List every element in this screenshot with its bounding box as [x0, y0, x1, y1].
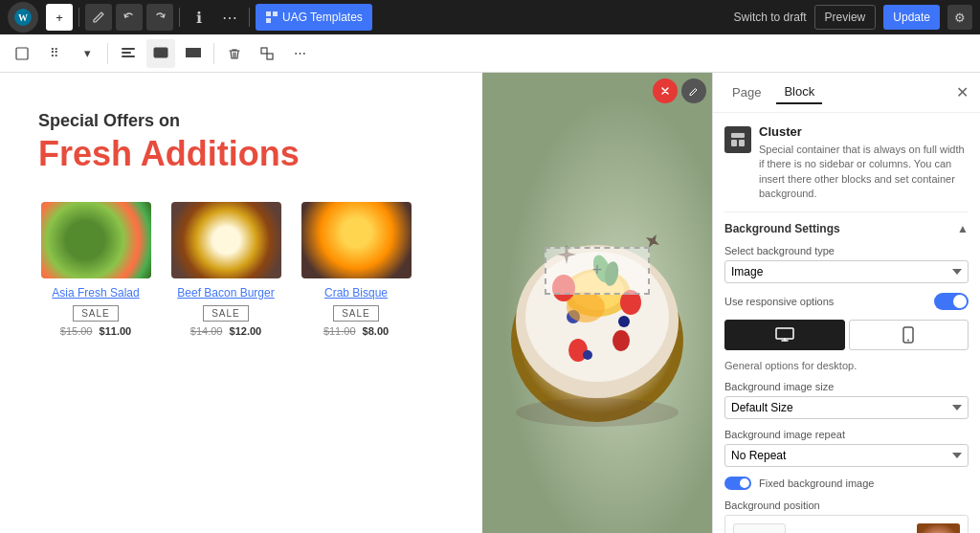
- cluster-header: Cluster Special container that is always…: [724, 124, 969, 202]
- uag-templates-button[interactable]: UAG Templates: [256, 4, 372, 31]
- svg-rect-33: [776, 328, 793, 339]
- product-name-crab[interactable]: Crab Bisque: [324, 286, 388, 300]
- redo-button[interactable]: [146, 4, 173, 31]
- bg-settings-section-header: Background Settings ▲: [724, 222, 969, 235]
- settings-button[interactable]: ⚙: [947, 5, 972, 30]
- sale-badge-salad: SALE: [73, 305, 119, 322]
- update-button[interactable]: Update: [883, 5, 940, 30]
- image-placeholder-box[interactable]: +: [545, 247, 650, 295]
- bg-settings-title: Background Settings: [724, 222, 840, 235]
- sale-badge-crab: SALE: [333, 305, 379, 322]
- svg-point-25: [583, 350, 592, 360]
- preview-button[interactable]: Preview: [814, 5, 877, 30]
- bg-type-select[interactable]: Image: [724, 260, 969, 283]
- position-dot-area[interactable]: [733, 523, 786, 533]
- fixed-bg-toggle[interactable]: [724, 477, 751, 490]
- price-old-burger: $14.00: [190, 325, 223, 337]
- info-button[interactable]: ℹ: [186, 4, 212, 31]
- product-name-salad[interactable]: Asia Fresh Salad: [52, 286, 139, 300]
- svg-rect-11: [261, 48, 267, 54]
- bg-position-label: Background position: [724, 500, 969, 511]
- content-section: Special Offers on Fresh Additions Asia F…: [0, 73, 712, 533]
- tab-page[interactable]: Page: [724, 81, 768, 103]
- position-thumbnail: [917, 523, 960, 533]
- device-hint: General options for desktop.: [724, 360, 969, 371]
- switch-draft-button[interactable]: Switch to draft: [734, 11, 807, 24]
- edit-pen-button[interactable]: [85, 4, 112, 31]
- edit-panel-button[interactable]: [681, 78, 706, 103]
- bg-repeat-select[interactable]: No Repeat: [724, 444, 969, 467]
- delete-block-button[interactable]: [220, 39, 249, 68]
- divider: [213, 43, 214, 64]
- sale-badge-burger: SALE: [203, 305, 249, 322]
- svg-rect-6: [122, 48, 135, 50]
- divider: [78, 8, 79, 27]
- bg-position-container[interactable]: [724, 515, 969, 533]
- more-options-button[interactable]: ⋯: [285, 39, 314, 68]
- settings-body: Cluster Special container that is always…: [713, 113, 980, 533]
- bg-image-size-field: Background image size Default Size: [724, 381, 969, 419]
- price-row-burger: $14.00 $12.00: [190, 325, 261, 337]
- svg-rect-36: [917, 523, 960, 533]
- responsive-toggle-label: Use responsive options: [724, 296, 834, 307]
- drag-handle-button[interactable]: ⠿: [40, 39, 69, 68]
- svg-rect-3: [273, 11, 278, 16]
- price-new-salad: $11.00: [100, 325, 132, 337]
- add-block-button[interactable]: +: [46, 4, 73, 31]
- block-type-button[interactable]: [8, 39, 36, 68]
- product-image-burger: [171, 202, 281, 278]
- svg-rect-10: [186, 48, 201, 57]
- product-image-crab: [301, 202, 412, 278]
- product-name-burger[interactable]: Beef Bacon Burger: [177, 286, 274, 300]
- tab-block[interactable]: Block: [776, 80, 822, 104]
- price-row-crab: $11.00 $8.00: [323, 325, 389, 337]
- collapse-icon[interactable]: ▲: [957, 222, 969, 235]
- svg-rect-4: [266, 18, 271, 23]
- bg-image-size-label: Background image size: [724, 381, 969, 392]
- products-row: Asia Fresh Salad SALE $15.00 $11.00 Beef…: [38, 202, 444, 337]
- product-card-crab: Crab Bisque SALE $11.00 $8.00: [299, 202, 413, 337]
- block-toolbar: ⠿ ▾ ⋯: [0, 34, 980, 73]
- cluster-title: Cluster: [759, 124, 969, 139]
- full-width-button[interactable]: [179, 39, 208, 68]
- desktop-device-button[interactable]: [724, 320, 845, 350]
- canvas-inner: Special Offers on Fresh Additions Asia F…: [0, 73, 712, 533]
- product-card-burger: Beef Bacon Burger SALE $14.00 $12.00: [168, 202, 283, 337]
- top-toolbar: W + ℹ ⋯ UAG Templates Switch to draft Pr…: [0, 0, 980, 34]
- transform-button[interactable]: [253, 39, 281, 68]
- svg-rect-2: [266, 11, 271, 16]
- responsive-toggle[interactable]: [934, 293, 969, 310]
- svg-point-28: [567, 292, 605, 322]
- svg-point-35: [907, 339, 909, 341]
- fixed-bg-toggle-row: Fixed background image: [724, 477, 969, 490]
- undo-button[interactable]: [116, 4, 143, 31]
- product-card-salad: Asia Fresh Salad SALE $15.00 $11.00: [38, 202, 153, 337]
- main-area: Special Offers on Fresh Additions Asia F…: [0, 73, 980, 533]
- svg-rect-12: [267, 54, 273, 59]
- mobile-device-button[interactable]: [849, 320, 969, 350]
- align-left-button[interactable]: [114, 39, 143, 68]
- svg-rect-30: [731, 133, 745, 138]
- food-bowl-image: [482, 73, 712, 533]
- price-row-salad: $15.00 $11.00: [60, 325, 131, 337]
- close-settings-button[interactable]: ✕: [956, 83, 969, 101]
- price-old-salad: $15.00: [60, 325, 93, 337]
- cluster-description: Special container that is always on full…: [759, 143, 969, 202]
- wide-block-button[interactable]: [146, 39, 175, 68]
- delete-panel-button[interactable]: [653, 78, 678, 103]
- right-image-panel: +: [482, 73, 712, 533]
- svg-rect-5: [16, 48, 28, 59]
- panel-overlay-buttons: [653, 78, 706, 103]
- bg-image-size-select[interactable]: Default Size: [724, 396, 969, 419]
- divider: [107, 43, 108, 64]
- svg-rect-7: [122, 52, 131, 54]
- wp-logo-icon[interactable]: W: [8, 2, 38, 33]
- price-old-crab: $11.00: [323, 325, 356, 337]
- editor-canvas[interactable]: Special Offers on Fresh Additions Asia F…: [0, 73, 712, 533]
- price-new-burger: $12.00: [230, 325, 262, 337]
- tools-menu-button[interactable]: ⋯: [216, 4, 243, 31]
- responsive-toggle-row: Use responsive options: [724, 293, 969, 310]
- special-offers-text: Special Offers on: [38, 111, 444, 131]
- block-tools-dropdown[interactable]: ▾: [73, 39, 101, 68]
- toggle-knob: [953, 295, 967, 308]
